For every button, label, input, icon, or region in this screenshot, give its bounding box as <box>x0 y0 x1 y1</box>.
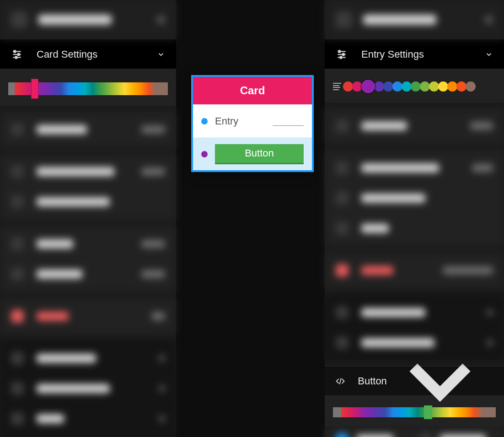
entry-settings-header[interactable]: Entry Settings <box>325 39 504 69</box>
svg-line-12 <box>339 378 341 384</box>
entry-color-dots[interactable] <box>344 80 476 93</box>
chevron-down-icon <box>157 50 165 59</box>
card-settings-header[interactable]: Card Settings <box>0 39 176 69</box>
color-dot[interactable] <box>438 81 448 92</box>
entry-label: Entry <box>215 115 238 127</box>
entry-color-picker[interactable] <box>325 69 504 103</box>
svg-rect-4 <box>18 53 19 55</box>
button-section-title: Button <box>358 375 387 387</box>
color-dot[interactable] <box>420 81 430 92</box>
svg-rect-10 <box>343 53 344 55</box>
color-dot[interactable] <box>429 81 439 92</box>
button-style-options-blurred <box>325 426 504 437</box>
chevron-down-icon <box>485 50 493 59</box>
svg-rect-3 <box>14 50 16 52</box>
color-dot[interactable] <box>447 81 457 92</box>
svg-rect-9 <box>339 50 340 52</box>
card-color-spectrum[interactable] <box>8 82 168 95</box>
color-dot[interactable] <box>361 80 375 93</box>
color-dot[interactable] <box>352 81 362 92</box>
button-color-spectrum[interactable] <box>333 407 496 417</box>
card-preview[interactable]: Card Entry Button <box>191 75 314 172</box>
entry-settings-menu-blurred <box>325 103 504 366</box>
color-dot[interactable] <box>456 81 466 92</box>
color-dot[interactable] <box>383 81 393 92</box>
entry-settings-title: Entry Settings <box>361 49 485 60</box>
svg-rect-5 <box>16 56 17 58</box>
color-dot[interactable] <box>392 81 402 92</box>
card-button-row[interactable]: Button <box>193 137 312 170</box>
right-panel: Entry Settings <box>325 0 504 437</box>
color-dot[interactable] <box>411 81 421 92</box>
card-settings-title: Card Settings <box>37 49 157 60</box>
left-panel-header-blurred <box>0 0 176 39</box>
entry-input[interactable] <box>273 125 304 126</box>
text-align-icon <box>333 83 341 90</box>
card-settings-menu-blurred <box>0 106 176 437</box>
code-icon <box>336 376 345 386</box>
sliders-icon <box>336 49 348 60</box>
button-section-header[interactable]: Button <box>325 366 504 395</box>
right-panel-header-blurred <box>325 0 504 39</box>
card-color-picker[interactable] <box>0 69 176 106</box>
entry-bullet-icon <box>201 118 208 124</box>
color-dot[interactable] <box>402 81 412 92</box>
color-dot[interactable] <box>374 81 384 92</box>
card-title[interactable]: Card <box>193 77 312 104</box>
sliders-icon <box>11 49 23 60</box>
card-color-thumb[interactable] <box>31 79 38 99</box>
svg-rect-11 <box>340 56 342 58</box>
button-bullet-icon <box>201 151 208 157</box>
card-button[interactable]: Button <box>215 144 304 164</box>
button-color-thumb[interactable] <box>424 405 432 419</box>
color-dot[interactable] <box>466 81 476 92</box>
color-dot[interactable] <box>343 81 353 92</box>
left-panel: Card Settings <box>0 0 176 437</box>
card-entry-row[interactable]: Entry <box>193 104 312 137</box>
